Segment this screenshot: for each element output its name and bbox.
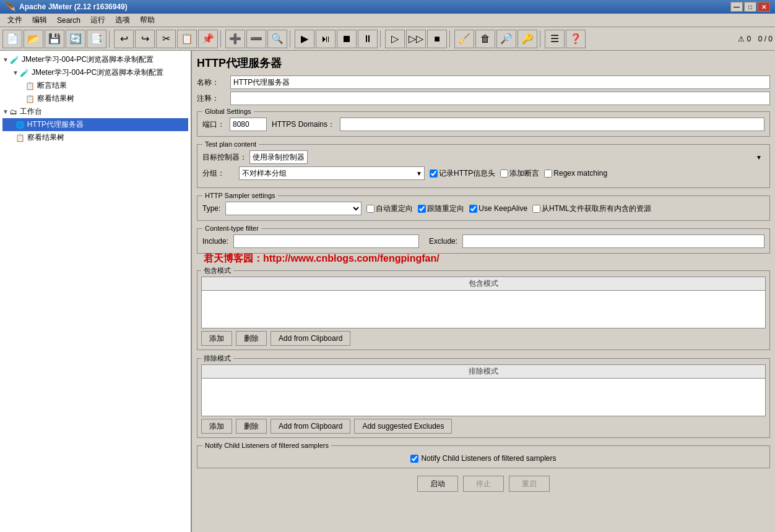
tree-item-http-proxy[interactable]: 🌐 HTTP代理服务器 [2,118,188,131]
https-domains-input[interactable] [340,118,764,131]
revert-button[interactable]: 🔄 [66,30,85,48]
fetch-resources-text: 从HTML文件获取所有内含的资源 [542,204,651,214]
expand-icon-5 [12,121,14,128]
remove-button[interactable]: ➖ [246,30,266,48]
exclude-clipboard-button[interactable]: Add from Clipboard [271,419,350,434]
add-suggested-excludes-button[interactable]: Add suggested Excludes [354,419,452,434]
keep-alive-label[interactable]: Use KeepAlive [469,204,527,213]
expand-icon-1: ▼ [12,69,19,76]
menu-search[interactable]: Search [52,15,85,26]
add-assertion-text: 添加断言 [509,168,539,179]
include-clipboard-button[interactable]: Add from Clipboard [271,331,350,346]
minimize-button[interactable]: — [730,2,743,12]
fetch-resources-label[interactable]: 从HTML文件获取所有内含的资源 [532,204,651,214]
regex-matching-checkbox[interactable] [544,169,552,178]
menu-options[interactable]: 选项 [110,14,135,27]
stop-button[interactable]: ⏹ [337,30,357,48]
tree-item-2[interactable]: 📋 断言结果 [2,79,188,92]
auto-redirect-label[interactable]: 自动重定向 [366,204,413,214]
keep-alive-text: Use KeepAlive [478,204,527,213]
tree-item-workbench[interactable]: ▼ 🗂 工作台 [2,105,188,118]
open-button[interactable]: 📂 [24,30,43,48]
menu-bar: 文件 编辑 Search 运行 选项 帮助 [0,14,775,27]
tree-node-icon-3: 📋 [25,95,35,103]
target-select[interactable]: 使用录制控制器 [249,150,308,164]
title-text: Apache JMeter (2.12 r1636949) [19,2,128,11]
help-btn[interactable]: ❓ [566,30,586,48]
https-label: HTTPS Domains： [272,119,335,130]
cut-button[interactable]: ✂ [156,30,176,48]
maximize-button[interactable]: □ [744,2,756,12]
add-assertion-checkbox[interactable] [500,169,508,178]
notify-checkbox[interactable] [410,455,418,463]
remote-start-all-button[interactable]: ▷▷ [406,30,426,48]
ssl-manager-button[interactable]: 🔑 [517,30,537,48]
exclude-add-button[interactable]: 添加 [201,419,232,434]
menu-file[interactable]: 文件 [2,14,27,27]
menu-help[interactable]: 帮助 [135,14,160,27]
new-button[interactable]: 📄 [2,30,22,48]
notify-row: Notify Child Listeners of filtered sampl… [202,452,764,465]
exclude-input[interactable] [462,234,764,248]
left-panel: ▼ 🧪 JMeter学习-004-PC浏览器脚本录制配置 ▼ 🧪 JMeter学… [0,51,192,532]
shutdown-button[interactable]: ⏸ [358,30,378,48]
notify-label[interactable]: Notify Child Listeners of filtered sampl… [410,454,556,463]
browse-button[interactable]: 🔍 [267,30,287,48]
tree-item-3[interactable]: 📋 察看结果树 [2,92,188,105]
exclude-delete-button[interactable]: 删除 [236,419,267,434]
follow-redirect-label[interactable]: 跟随重定向 [418,204,464,214]
expand-icon-4: ▼ [2,108,9,115]
tree-node-icon-0: 🧪 [10,56,19,64]
menu-edit[interactable]: 编辑 [27,14,52,27]
include-add-button[interactable]: 添加 [201,331,232,346]
regex-matching-label[interactable]: Regex matching [544,169,607,178]
type-label: Type: [202,204,220,213]
tree-item-0[interactable]: ▼ 🧪 JMeter学习-004-PC浏览器脚本录制配置 [2,53,188,66]
tree-label-0: JMeter学习-004-PC浏览器脚本录制配置 [22,54,154,65]
expand-icon-3 [22,95,24,102]
undo-button[interactable]: ↩ [114,30,134,48]
start-proxy-button[interactable]: 启动 [417,476,458,492]
copy-button[interactable]: 📋 [177,30,197,48]
clear-all-button[interactable]: 🗑 [475,30,495,48]
http-sampler-row: Type: 自动重定向 跟随重定向 Use KeepAlive [202,202,764,215]
save-button[interactable]: 💾 [45,30,64,48]
close-button[interactable]: ✕ [758,2,770,12]
paste-button[interactable]: 📌 [198,30,218,48]
test-plan-content-fieldset: Test plan content 目标控制器： 使用录制控制器 ▼ 分组： 不… [197,140,770,188]
tree-item-6[interactable]: 📋 察看结果树 [2,131,188,144]
redo-button[interactable]: ↪ [135,30,155,48]
menu-run[interactable]: 运行 [85,14,110,27]
status-separator [753,35,755,43]
start-button[interactable]: ▶ [295,30,314,48]
restart-proxy-button[interactable]: 重启 [509,476,550,492]
remote-stop-button[interactable]: ■ [427,30,447,48]
save-all-button[interactable]: 📑 [87,30,106,48]
exclude-label: Exclude: [429,237,457,246]
search-btn[interactable]: 🔎 [496,30,516,48]
record-http-header-label[interactable]: 记录HTTP信息头 [430,168,495,179]
remote-start-button[interactable]: ▷ [385,30,405,48]
follow-redirect-checkbox[interactable] [418,205,426,213]
include-delete-button[interactable]: 删除 [236,331,267,346]
include-input[interactable] [233,234,419,248]
auto-redirect-checkbox[interactable] [366,205,375,213]
tree-label-4: 工作台 [20,106,42,117]
clear-button[interactable]: 🧹 [454,30,474,48]
add-button[interactable]: ➕ [225,30,245,48]
stop-proxy-button[interactable]: 停止 [463,476,504,492]
start-no-pause-button[interactable]: ⏯ [316,30,336,48]
name-input[interactable] [230,75,770,89]
record-http-header-checkbox[interactable] [430,169,438,178]
add-assertion-label[interactable]: 添加断言 [500,168,539,179]
type-select[interactable] [225,202,362,215]
expand-icon-2 [22,82,24,89]
fetch-resources-checkbox[interactable] [532,205,540,213]
list-button[interactable]: ☰ [545,30,565,48]
tree-item-1[interactable]: ▼ 🧪 JMeter学习-004-PC浏览器脚本录制配置 [2,66,188,79]
group-select[interactable]: 不对样本分组 [239,166,425,180]
keep-alive-checkbox[interactable] [469,205,477,213]
warning-icon: ⚠ [738,35,745,43]
port-input[interactable] [230,118,267,131]
comment-input[interactable] [230,92,770,105]
